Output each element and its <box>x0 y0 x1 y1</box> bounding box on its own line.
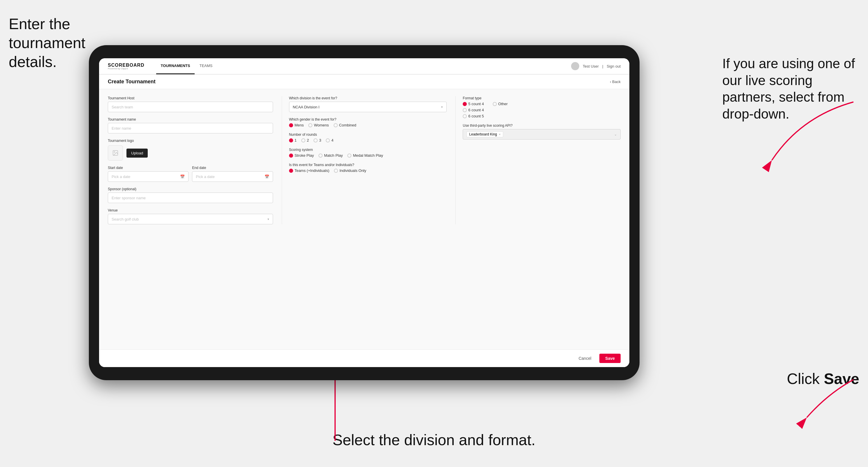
api-label: Use third-party live scoring API? <box>463 124 621 128</box>
logo-upload-area: Upload <box>108 145 273 160</box>
tournament-logo-label: Tournament logo <box>108 139 273 143</box>
gender-mens-radio <box>289 123 293 127</box>
brand: SCOREBOARD Powered by Clipp'd <box>108 63 145 70</box>
venue-label: Venue <box>108 208 273 212</box>
tournament-host-input[interactable]: Search team <box>108 102 273 112</box>
form-area: Tournament Host Search team Tournament n… <box>99 89 629 349</box>
nav-link-tournaments[interactable]: TOURNAMENTS <box>156 58 195 74</box>
form-col1: Tournament Host Search team Tournament n… <box>108 96 273 224</box>
cancel-button[interactable]: Cancel <box>574 354 596 363</box>
tournament-name-field: Tournament name Enter name <box>108 117 273 133</box>
gender-combined[interactable]: Combined <box>334 123 356 127</box>
pipe-divider: | <box>602 64 603 68</box>
teams-radio-row: Teams (+Individuals) Individuals Only <box>289 168 447 173</box>
tablet-frame: SCOREBOARD Powered by Clipp'd TOURNAMENT… <box>89 45 640 380</box>
nav-right: Test User | Sign out <box>571 62 621 70</box>
format-5count4[interactable]: 5 count 4 <box>463 102 484 106</box>
rounds-4-radio <box>326 138 330 143</box>
division-select[interactable]: NCAA Division I ▾ <box>289 102 447 112</box>
teams-plus-individuals[interactable]: Teams (+Individuals) <box>289 168 330 173</box>
individuals-only-radio <box>334 169 338 173</box>
api-select[interactable]: Leaderboard King × ⌄ <box>463 129 621 139</box>
gender-radio-row: Mens Womens Combined <box>289 123 447 127</box>
venue-input[interactable]: Search golf club ▾ <box>108 214 273 224</box>
rounds-2-radio <box>301 138 305 143</box>
svg-point-5 <box>114 152 115 152</box>
form-footer: Cancel Save <box>99 349 629 367</box>
tournament-name-input[interactable]: Enter name <box>108 123 273 133</box>
format-type-label: Format type <box>463 96 621 100</box>
form-col2: Which division is the event for? NCAA Di… <box>282 96 447 224</box>
scoring-radio-row: Stroke Play Match Play Medal Match Play <box>289 153 447 158</box>
page-header: Create Tournament ‹ Back <box>99 74 629 89</box>
teams-label: Is this event for Teams and/or Individua… <box>289 163 447 167</box>
scoring-stroke[interactable]: Stroke Play <box>289 153 314 158</box>
venue-field: Venue Search golf club ▾ <box>108 208 273 224</box>
sponsor-input[interactable]: Enter sponsor name <box>108 193 273 203</box>
tablet-screen: SCOREBOARD Powered by Clipp'd TOURNAMENT… <box>99 58 629 367</box>
rounds-1[interactable]: 1 <box>289 138 297 143</box>
rounds-3[interactable]: 3 <box>313 138 321 143</box>
api-tag-item: Leaderboard King × <box>466 131 503 137</box>
gender-combined-radio <box>334 123 338 127</box>
rounds-1-radio <box>289 138 293 143</box>
division-dropdown-icon: ▾ <box>441 105 443 109</box>
annotation-right-bottom: Click Save <box>787 369 859 388</box>
format-6count4-radio <box>463 108 467 112</box>
teams-field: Is this event for Teams and/or Individua… <box>289 163 447 173</box>
format-other[interactable]: Other <box>493 102 508 106</box>
tournament-logo-field: Tournament logo Upload <box>108 139 273 160</box>
format-5count4-radio <box>463 102 467 106</box>
annotation-right-top: If you are using one of our live scoring… <box>722 55 862 122</box>
end-date-input[interactable]: Pick a date 📅 <box>192 171 273 182</box>
tournament-name-label: Tournament name <box>108 117 273 122</box>
page-title: Create Tournament <box>108 79 156 85</box>
format-6count4[interactable]: 6 count 4 <box>463 108 484 112</box>
api-expand-icon: ⌄ <box>614 132 617 136</box>
gender-womens[interactable]: Womens <box>308 123 329 127</box>
scoring-match-radio <box>318 154 322 158</box>
scoring-match[interactable]: Match Play <box>318 153 343 158</box>
rounds-3-radio <box>313 138 318 143</box>
nav-links: TOURNAMENTS TEAMS <box>156 58 571 74</box>
rounds-field: Number of rounds 1 2 <box>289 132 447 143</box>
logo-placeholder <box>108 145 123 160</box>
division-label: Which division is the event for? <box>289 96 447 100</box>
date-row: Start date Pick a date 📅 End date Pick a… <box>108 166 273 182</box>
end-date-label: End date <box>192 166 273 170</box>
api-tag-close[interactable]: × <box>499 132 501 136</box>
scoring-stroke-radio <box>289 154 293 158</box>
rounds-4[interactable]: 4 <box>326 138 333 143</box>
gender-mens[interactable]: Mens <box>289 123 304 127</box>
individuals-only[interactable]: Individuals Only <box>334 168 366 173</box>
gender-womens-radio <box>308 123 312 127</box>
scoring-field: Scoring system Stroke Play Match Play <box>289 148 447 158</box>
gender-field: Which gender is the event for? Mens Wome… <box>289 117 447 127</box>
sponsor-label: Sponsor (optional) <box>108 187 273 191</box>
gender-label: Which gender is the event for? <box>289 117 447 122</box>
scoring-medal-radio <box>347 154 351 158</box>
rounds-2[interactable]: 2 <box>301 138 309 143</box>
start-date-input[interactable]: Pick a date 📅 <box>108 171 188 182</box>
teams-plus-radio <box>289 169 293 173</box>
tournament-host-field: Tournament Host Search team <box>108 96 273 112</box>
sponsor-field: Sponsor (optional) Enter sponsor name <box>108 187 273 203</box>
upload-button[interactable]: Upload <box>126 149 148 158</box>
format-row-2: 6 count 4 <box>463 108 621 112</box>
format-6count5[interactable]: 6 count 5 <box>463 114 484 118</box>
form-col3: Format type 5 count 4 Other <box>456 96 621 224</box>
api-field: Use third-party live scoring API? Leader… <box>463 124 621 139</box>
avatar <box>571 62 579 70</box>
rounds-label: Number of rounds <box>289 132 447 137</box>
back-link[interactable]: ‹ Back <box>610 80 621 84</box>
sign-out-link[interactable]: Sign out <box>607 64 621 68</box>
format-other-radio <box>493 102 497 106</box>
tournament-host-label: Tournament Host <box>108 96 273 100</box>
venue-dropdown-icon: ▾ <box>268 217 269 221</box>
format-options: 5 count 4 Other 6 count 4 <box>463 102 621 118</box>
scoring-medal-match[interactable]: Medal Match Play <box>347 153 383 158</box>
nav-link-teams[interactable]: TEAMS <box>195 58 217 74</box>
username: Test User <box>583 64 599 68</box>
save-button[interactable]: Save <box>599 354 621 363</box>
end-date-field: End date Pick a date 📅 <box>192 166 273 182</box>
